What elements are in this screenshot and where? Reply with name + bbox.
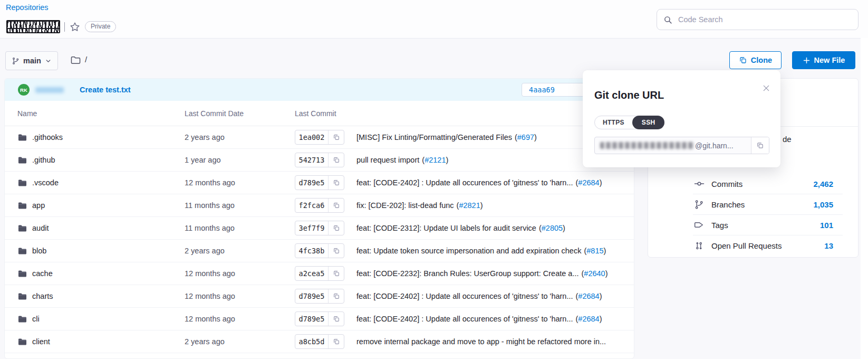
copy-url-button[interactable] — [751, 137, 769, 154]
stat-row-branches: Branches 1,035 — [693, 194, 843, 215]
copy-sha-button[interactable] — [328, 130, 344, 144]
stat-row-commits: Commits 2,462 — [693, 174, 843, 194]
commit-cell: d789e5 feat: [CODE-2402] : Update all oc… — [295, 175, 634, 190]
pr-link[interactable]: #2684 — [578, 315, 599, 323]
copy-sha-button[interactable] — [328, 176, 344, 190]
breadcrumb[interactable]: Repositories — [6, 3, 49, 12]
folder-cell[interactable]: cli — [5, 314, 185, 324]
new-file-button[interactable]: New File — [792, 51, 855, 69]
stat-value[interactable]: 1,035 — [813, 200, 833, 209]
stat-value[interactable]: 101 — [820, 221, 833, 230]
commit-sha: d789e5 — [295, 178, 328, 187]
copy-sha-button[interactable] — [328, 199, 344, 212]
branch-icon — [694, 200, 706, 210]
clone-button[interactable]: Clone — [729, 51, 782, 69]
pr-link[interactable]: #2684 — [578, 178, 599, 187]
folder-cell[interactable]: audit — [5, 223, 185, 233]
commit-sha: d789e5 — [295, 315, 328, 323]
popup-title: Git clone URL — [594, 89, 664, 101]
folder-cell[interactable]: .github — [5, 155, 185, 165]
latest-commit-banner: RK Create test.txt 4aaa69 — [5, 79, 634, 101]
tab-https[interactable]: HTTPS — [595, 116, 632, 129]
table-row: app 11 months ago f2fca6 fix: [CDE-202]:… — [5, 194, 634, 217]
copy-sha-button[interactable] — [328, 312, 344, 326]
commit-message[interactable]: pull request import — [356, 156, 419, 164]
sha-pill[interactable]: 542713 — [295, 153, 344, 167]
commit-pr-wrap: (#697) — [515, 133, 537, 141]
stat-row-open-pull-requests: Open Pull Requests 13 — [693, 235, 843, 256]
commit-pr-wrap: (#815) — [584, 247, 606, 255]
folder-icon — [17, 223, 27, 233]
folder-cell[interactable]: .vscode — [5, 178, 185, 188]
stat-value[interactable]: 2,462 — [813, 180, 833, 188]
sha-pill[interactable]: d789e5 — [295, 311, 344, 326]
pr-link[interactable]: #697 — [517, 133, 534, 141]
sha-pill[interactable]: 1ea002 — [295, 130, 344, 145]
commit-message[interactable]: feat: Update token source impersonation … — [356, 247, 581, 255]
table-row: .vscode 12 months ago d789e5 feat: [CODE… — [5, 172, 634, 194]
copy-sha-button[interactable] — [328, 244, 344, 258]
table-row: audit 11 months ago 3ef7f9 feat: [CODE-2… — [5, 217, 634, 240]
branch-selector[interactable]: main — [5, 51, 58, 70]
sha-pill[interactable]: d789e5 — [295, 289, 344, 304]
repo-name-redacted — [6, 20, 60, 33]
folder-cell[interactable]: charts — [5, 291, 185, 301]
table-row: .githooks 2 years ago 1ea002 [MISC] Fix … — [5, 126, 634, 149]
commit-message[interactable]: feat: [CODE-2402] : Update all occurence… — [356, 178, 573, 187]
folder-cell[interactable]: cache — [5, 269, 185, 279]
folder-cell[interactable]: app — [5, 201, 185, 211]
copy-sha-button[interactable] — [328, 289, 344, 303]
folder-name: blob — [32, 247, 46, 255]
folder-breadcrumb-icon — [70, 54, 81, 65]
pr-link[interactable]: #2640 — [584, 269, 605, 278]
folder-cell[interactable]: client — [5, 337, 185, 347]
top-header: Repositories Private — [0, 0, 868, 39]
pr-link[interactable]: #2821 — [459, 201, 480, 210]
stat-value[interactable]: 13 — [824, 241, 833, 250]
commit-message[interactable]: feat: [CODE-2312]: Update UI labels for … — [356, 224, 536, 232]
search-input[interactable] — [677, 15, 852, 24]
commit-message[interactable]: fix: [CDE-202]: list-dead func — [356, 201, 454, 210]
stat-label: Commits — [711, 180, 742, 188]
folder-icon — [17, 314, 27, 324]
commit-message[interactable]: [MISC] Fix Linting/Formatting/Generated … — [356, 133, 512, 141]
latest-commit-link[interactable]: Create test.txt — [80, 86, 131, 94]
pr-link[interactable]: #2805 — [542, 224, 563, 232]
pull-request-icon — [694, 241, 706, 251]
pr-link[interactable]: #2684 — [578, 292, 599, 300]
folder-cell[interactable]: blob — [5, 246, 185, 256]
clone-label: Clone — [751, 56, 772, 64]
clone-url-field[interactable]: @git.harn... — [594, 137, 769, 154]
commit-message[interactable]: feat: [CODE-2232]: Branch Rules: UserGro… — [356, 269, 579, 278]
copy-sha-button[interactable] — [328, 153, 344, 167]
commit-message[interactable]: feat: [CODE-2402] : Update all occurence… — [356, 292, 573, 300]
commit-message[interactable]: remove internal package and move to app … — [356, 337, 606, 346]
clone-url-redacted — [600, 142, 694, 149]
repo-title-row: Private — [6, 20, 116, 33]
folder-cell[interactable]: .githooks — [5, 133, 185, 143]
sha-pill[interactable]: 4fc38b — [295, 243, 344, 258]
commit-cell: d789e5 feat: [CODE-2402] : Update all oc… — [295, 289, 634, 304]
path-root[interactable]: / — [85, 55, 87, 64]
pr-link[interactable]: #2121 — [425, 156, 446, 164]
star-icon[interactable] — [69, 21, 81, 33]
table-row: client 2 years ago a8cb5d remove interna… — [5, 330, 634, 353]
tab-ssh[interactable]: SSH — [632, 116, 665, 129]
sha-pill[interactable]: 3ef7f9 — [295, 221, 344, 235]
commit-message[interactable]: feat: [CODE-2402] : Update all occurence… — [356, 315, 573, 323]
copy-sha-button[interactable] — [328, 267, 344, 280]
table-row: .github 1 year ago 542713 pull request i… — [5, 149, 634, 172]
protocol-toggle: HTTPS SSH — [594, 116, 664, 129]
sha-pill[interactable]: a2cea5 — [295, 266, 344, 281]
pr-link[interactable]: #815 — [586, 247, 603, 255]
close-icon[interactable] — [762, 84, 770, 92]
stat-label: Open Pull Requests — [711, 241, 782, 250]
folder-name: cache — [32, 269, 53, 278]
copy-sha-button[interactable] — [328, 335, 344, 348]
folder-icon — [17, 155, 27, 165]
sha-pill[interactable]: f2fca6 — [295, 198, 344, 213]
sha-pill[interactable]: a8cb5d — [295, 334, 344, 349]
copy-sha-button[interactable] — [328, 221, 344, 235]
sha-pill[interactable]: d789e5 — [295, 175, 344, 190]
repo-stats: Commits 2,462 Branches 1,035 Tags 101 Op… — [693, 174, 843, 256]
